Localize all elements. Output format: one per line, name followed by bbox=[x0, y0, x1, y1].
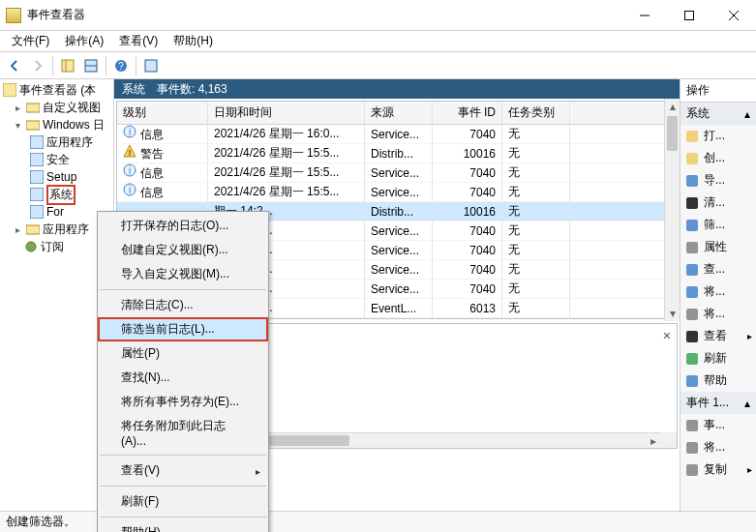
ctx-properties[interactable]: 属性(P) bbox=[98, 341, 268, 366]
action-item[interactable]: 事... bbox=[680, 414, 756, 436]
tree-application[interactable]: 应用程序 bbox=[46, 134, 93, 151]
collapse-icon[interactable]: ▾ bbox=[12, 120, 23, 131]
actions-group-system[interactable]: 系统▴ bbox=[680, 103, 756, 125]
show-preview-button[interactable] bbox=[80, 55, 102, 76]
menu-help[interactable]: 帮助(H) bbox=[166, 33, 221, 49]
scroll-corner bbox=[661, 432, 677, 448]
chevron-right-icon: ▸ bbox=[256, 527, 260, 532]
list-title: 系统 bbox=[122, 81, 145, 98]
action-item[interactable]: 刷新 bbox=[680, 347, 756, 369]
folder-icon bbox=[25, 222, 41, 237]
col-level[interactable]: 级别 bbox=[117, 102, 208, 124]
ctx-separator bbox=[100, 455, 266, 456]
ctx-clear-log[interactable]: 清除日志(C)... bbox=[98, 293, 268, 317]
expand-icon[interactable]: ▸ bbox=[12, 103, 23, 113]
action-label: 将... bbox=[704, 306, 725, 322]
cell-id: 6013 bbox=[433, 299, 502, 318]
view-icon bbox=[684, 329, 700, 344]
ctx-view-submenu[interactable]: 查看(V)▸ bbox=[98, 458, 268, 483]
log-icon bbox=[29, 134, 45, 150]
log-icon bbox=[29, 169, 45, 185]
tree-apps-services[interactable]: 应用程序 bbox=[43, 222, 89, 238]
tree-security[interactable]: 安全 bbox=[46, 152, 70, 168]
extra-toolbar-button[interactable] bbox=[140, 55, 162, 76]
back-button[interactable] bbox=[4, 55, 25, 76]
attach-task-icon bbox=[684, 440, 700, 456]
close-detail-button[interactable]: × bbox=[663, 328, 671, 343]
window-title: 事件查看器 bbox=[27, 7, 622, 23]
action-item[interactable]: 创... bbox=[680, 147, 756, 169]
cell-id: 7040 bbox=[433, 260, 502, 280]
svg-rect-15 bbox=[30, 153, 44, 166]
tree-subscriptions[interactable]: 订阅 bbox=[41, 239, 64, 255]
scroll-down-icon[interactable]: ▾ bbox=[665, 306, 680, 321]
scroll-thumb[interactable] bbox=[667, 116, 678, 151]
grid-vscrollbar[interactable]: ▴ ▾ bbox=[664, 99, 680, 321]
svg-text:i: i bbox=[129, 165, 131, 176]
show-tree-button[interactable] bbox=[57, 55, 78, 76]
scroll-right-icon[interactable]: ▸ bbox=[646, 433, 661, 448]
svg-rect-1 bbox=[685, 11, 694, 19]
action-item[interactable]: 查... bbox=[680, 258, 756, 281]
minimize-button[interactable] bbox=[622, 1, 667, 30]
find-icon bbox=[684, 262, 700, 278]
action-item[interactable]: 将... bbox=[680, 436, 756, 458]
action-item[interactable]: 查看▸ bbox=[680, 325, 756, 347]
scroll-up-icon[interactable]: ▴ bbox=[665, 99, 680, 114]
tree-setup[interactable]: Setup bbox=[46, 170, 76, 184]
menu-action[interactable]: 操作(A) bbox=[57, 33, 111, 49]
menu-view[interactable]: 查看(V) bbox=[111, 33, 166, 49]
close-button[interactable] bbox=[711, 1, 756, 30]
action-item[interactable]: 筛... bbox=[680, 214, 756, 236]
col-category[interactable]: 任务类别 bbox=[502, 102, 570, 124]
app-icon bbox=[6, 8, 21, 23]
context-menu[interactable]: 打开保存的日志(O)... 创建自定义视图(R)... 导入自定义视图(M)..… bbox=[97, 211, 269, 532]
ctx-find[interactable]: 查找(N)... bbox=[98, 366, 268, 390]
cell-id: 7040 bbox=[433, 183, 502, 202]
svg-rect-18 bbox=[30, 205, 44, 219]
ctx-create-custom-view[interactable]: 创建自定义视图(R)... bbox=[98, 238, 268, 262]
filter-icon bbox=[684, 218, 700, 233]
menu-file[interactable]: 文件(F) bbox=[4, 33, 57, 49]
svg-rect-13 bbox=[26, 121, 40, 130]
action-item[interactable]: 复制▸ bbox=[680, 458, 756, 481]
ctx-open-saved-log[interactable]: 打开保存的日志(O)... bbox=[98, 214, 268, 238]
ctx-import-custom-view[interactable]: 导入自定义视图(M)... bbox=[98, 262, 268, 286]
chevron-right-icon: ▸ bbox=[747, 464, 752, 475]
folder-open-icon bbox=[684, 129, 700, 144]
action-item[interactable]: 属性 bbox=[680, 236, 756, 258]
action-item[interactable]: 帮助 bbox=[680, 369, 756, 392]
tree-system[interactable]: 系统 bbox=[46, 185, 76, 205]
tree-forwarded[interactable]: For bbox=[46, 205, 64, 219]
cell-id: 7040 bbox=[433, 241, 502, 260]
collapse-icon[interactable]: ▴ bbox=[744, 397, 750, 410]
tree-custom-views[interactable]: 自定义视图 bbox=[43, 100, 101, 116]
cell-source: Service... bbox=[365, 241, 433, 260]
action-item[interactable]: 清... bbox=[680, 192, 756, 214]
action-label: 帮助 bbox=[704, 372, 727, 389]
ctx-help-submenu[interactable]: 帮助(H)▸ bbox=[98, 520, 268, 532]
col-source[interactable]: 来源 bbox=[365, 102, 433, 124]
tree-windows-logs[interactable]: Windows 日 bbox=[43, 117, 105, 133]
import-icon bbox=[684, 173, 700, 189]
ctx-refresh[interactable]: 刷新(F) bbox=[98, 489, 268, 514]
col-id[interactable]: 事件 ID bbox=[433, 102, 502, 124]
chevron-right-icon: ▸ bbox=[747, 331, 752, 341]
tree-root[interactable]: 事件查看器 (本 bbox=[19, 82, 96, 99]
ctx-filter-current-log[interactable]: 筛选当前日志(L)... bbox=[98, 317, 268, 341]
expand-icon[interactable]: ▸ bbox=[12, 224, 23, 235]
table-row[interactable]: i信息2021/4/26 星期一 15:5...Service...7040无 bbox=[117, 183, 677, 202]
action-item[interactable]: 导... bbox=[680, 169, 756, 192]
cell-source: Service... bbox=[365, 222, 433, 241]
help-toolbar-button[interactable]: ? bbox=[110, 55, 132, 76]
ctx-attach-task[interactable]: 将任务附加到此日志(A)... bbox=[98, 414, 268, 452]
collapse-icon[interactable]: ▴ bbox=[744, 107, 750, 121]
maximize-button[interactable] bbox=[667, 1, 711, 30]
action-item[interactable]: 打... bbox=[680, 125, 756, 147]
action-item[interactable]: 将... bbox=[680, 281, 756, 303]
col-datetime[interactable]: 日期和时间 bbox=[208, 102, 365, 124]
ctx-save-all-events[interactable]: 将所有事件另存为(E)... bbox=[98, 390, 268, 414]
action-item[interactable]: 将... bbox=[680, 303, 756, 325]
actions-group-event[interactable]: 事件 1...▴ bbox=[680, 392, 756, 414]
forward-button[interactable] bbox=[27, 55, 48, 76]
